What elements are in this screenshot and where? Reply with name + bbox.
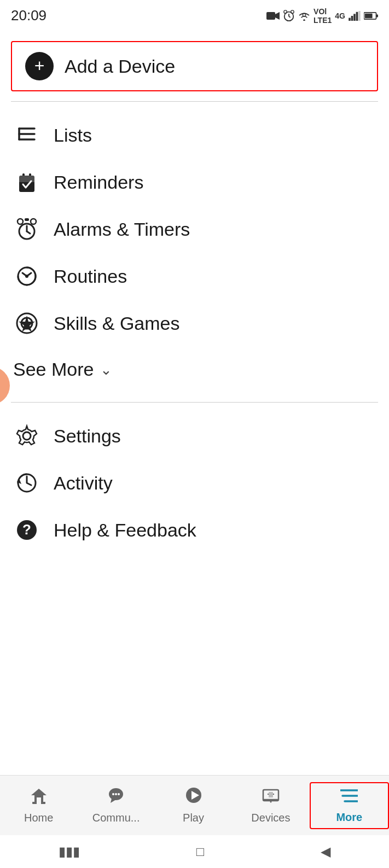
bottom-nav: Home Commu... Play: [0, 775, 389, 835]
svg-point-36: [23, 432, 31, 440]
see-more-label: See More: [13, 359, 94, 380]
menu-item-settings[interactable]: Settings: [0, 412, 389, 459]
reminders-icon: [13, 168, 40, 196]
alarm-icon: [283, 10, 295, 22]
divider-top: [11, 101, 378, 102]
devices-icon: [262, 787, 280, 808]
svg-line-4: [289, 16, 291, 17]
battery-icon: [364, 11, 378, 20]
status-icons: VOlLTE1 4G: [266, 7, 378, 25]
menu-item-lists[interactable]: Lists: [0, 112, 389, 159]
menu-item-activity[interactable]: Activity: [0, 459, 389, 506]
devices-nav-label: Devices: [251, 812, 290, 824]
skills-label: Skills & Games: [54, 313, 180, 334]
lists-icon: [13, 121, 40, 149]
nav-item-more[interactable]: More: [310, 782, 389, 829]
svg-rect-15: [376, 14, 378, 17]
home-nav-label: Home: [24, 812, 53, 824]
help-label: Help & Feedback: [54, 520, 196, 541]
svg-point-7: [303, 19, 305, 21]
communicate-icon: [107, 787, 125, 808]
lists-label: Lists: [54, 125, 92, 146]
settings-icon: [13, 422, 40, 450]
svg-rect-30: [25, 218, 29, 221]
svg-rect-12: [356, 11, 358, 20]
nav-item-communicate[interactable]: Commu...: [77, 782, 154, 829]
routines-icon: [13, 263, 40, 290]
svg-point-54: [270, 801, 271, 803]
android-home-button[interactable]: □: [196, 844, 205, 859]
help-icon: ?: [13, 516, 40, 544]
see-more-button[interactable]: See More ⌄: [0, 347, 389, 392]
chevron-down-icon: ⌄: [100, 362, 112, 378]
svg-marker-44: [31, 789, 47, 795]
svg-rect-55: [269, 792, 273, 797]
menu-item-skills[interactable]: Skills & Games: [0, 300, 389, 347]
svg-rect-10: [351, 16, 353, 21]
plus-icon: +: [34, 57, 45, 74]
svg-rect-24: [19, 176, 34, 182]
nav-item-devices[interactable]: Devices: [232, 782, 309, 829]
more-icon: [340, 788, 358, 808]
svg-rect-9: [349, 18, 351, 20]
nav-item-play[interactable]: Play: [155, 782, 232, 829]
menu-item-routines[interactable]: Routines: [0, 253, 389, 300]
nav-item-home[interactable]: Home: [0, 782, 77, 829]
svg-point-32: [25, 275, 28, 278]
menu-item-help[interactable]: ? Help & Feedback: [0, 506, 389, 554]
routines-label: Routines: [54, 266, 127, 287]
4g-label: 4G: [335, 11, 345, 20]
svg-marker-1: [275, 12, 280, 20]
alarms-icon: [13, 215, 40, 243]
android-recents-button[interactable]: ◀: [321, 844, 330, 859]
activity-label: Activity: [54, 473, 113, 494]
svg-rect-16: [365, 13, 373, 18]
settings-label: Settings: [54, 426, 121, 447]
activity-icon: [13, 469, 40, 497]
reminders-label: Reminders: [54, 172, 143, 193]
svg-line-27: [27, 231, 30, 234]
more-nav-label: More: [336, 811, 362, 824]
add-device-circle: +: [25, 52, 54, 80]
svg-point-48: [115, 793, 117, 795]
add-device-label: Add a Device: [65, 56, 175, 77]
add-device-button[interactable]: + Add a Device: [11, 41, 378, 91]
android-back-button[interactable]: ▮▮▮: [59, 844, 80, 859]
menu-item-reminders[interactable]: Reminders: [0, 159, 389, 206]
svg-point-47: [112, 793, 114, 795]
svg-text:?: ?: [22, 521, 31, 538]
divider-middle: [11, 402, 378, 403]
svg-point-49: [118, 793, 120, 795]
network-label: VOlLTE1: [313, 7, 332, 25]
status-bar: 20:09 VOlLTE1 4G: [0, 0, 389, 30]
menu-item-alarms[interactable]: Alarms & Timers: [0, 206, 389, 253]
play-icon: [185, 787, 202, 808]
android-nav-bar: ▮▮▮ □ ◀: [0, 835, 389, 868]
svg-point-29: [31, 219, 36, 224]
svg-rect-13: [358, 11, 361, 21]
video-icon: [266, 11, 280, 21]
home-icon: [30, 787, 48, 808]
wifi-icon: [298, 11, 310, 21]
play-nav-label: Play: [183, 812, 204, 824]
status-time: 20:09: [11, 7, 47, 24]
svg-point-28: [18, 219, 23, 224]
skills-icon: [13, 310, 40, 337]
svg-rect-0: [266, 12, 275, 20]
communicate-nav-label: Commu...: [92, 812, 140, 824]
svg-rect-43: [37, 797, 41, 804]
svg-rect-11: [353, 14, 356, 21]
signal-icon: [349, 11, 361, 21]
alarms-label: Alarms & Timers: [54, 219, 190, 240]
